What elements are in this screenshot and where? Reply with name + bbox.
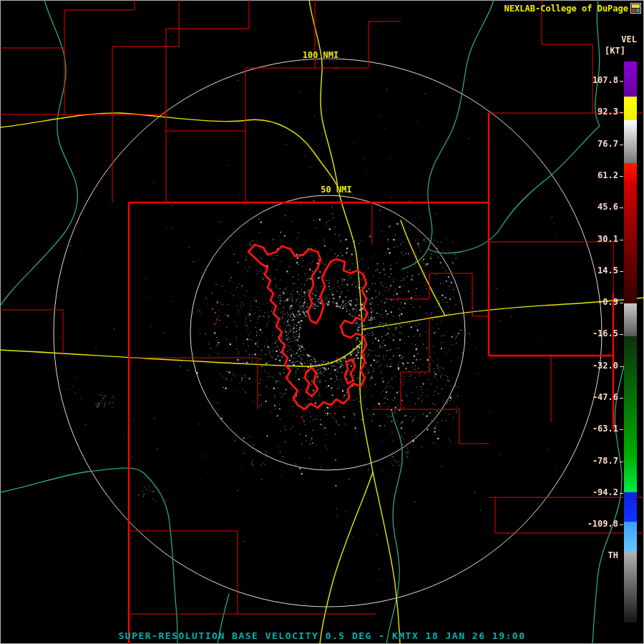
radar-display: 100 NMI 50 NMI NEXLAB-College of DuPage … <box>0 0 644 644</box>
colorbar-tick-mark <box>620 81 623 82</box>
colorbar-tick-label: -16.5 <box>574 328 618 338</box>
colorbar-gradient <box>624 62 637 623</box>
colorbar-tick-mark <box>620 176 623 177</box>
colorbar-tick-label: -109.8 <box>574 519 618 529</box>
colorbar-tick-label: -78.7 <box>574 456 618 466</box>
base-map <box>0 0 644 644</box>
colorbar-tick-mark <box>620 398 623 399</box>
colorbar-tick-label: -94.2 <box>574 487 618 497</box>
colorbar-tick-mark <box>620 429 623 430</box>
colorbar-tick-label: -47.6 <box>574 392 618 402</box>
colorbar-tick-label: 76.7 <box>574 139 618 149</box>
highway-lines <box>0 0 644 644</box>
colorbar-tick-mark <box>620 208 623 208</box>
colorbar-tick-label: 45.6 <box>574 202 618 212</box>
state-borders <box>129 113 613 644</box>
brand-text: NEXLAB-College of DuPage <box>504 4 628 14</box>
colorbar-tick-mark <box>620 112 623 113</box>
county-borders <box>0 0 644 614</box>
colorbar-tick-mark <box>620 493 623 494</box>
colorbar-tick-mark <box>620 271 623 272</box>
colorbar-tick-label: -63.1 <box>574 424 618 434</box>
colorbar-tick-label: 92.3 <box>574 107 618 117</box>
colorbar-tick-mark <box>620 145 623 145</box>
range-ring-label-100nmi: 100 NMI <box>303 50 339 60</box>
colorbar-tick-mark <box>620 334 623 335</box>
colorbar-tick-label: 61.2 <box>574 170 618 180</box>
colorbar-tick-label: -32.0 <box>574 361 618 371</box>
cod-logo-icon <box>630 3 641 14</box>
product-title: SUPER-RESOLUTION BASE VELOCITY 0.5 DEG -… <box>0 630 644 641</box>
colorbar-tick-mark <box>620 303 623 303</box>
colorbar-tick-mark <box>620 525 623 525</box>
colorbar-tick-mark <box>620 240 623 240</box>
colorbar-tick-label: 107.8 <box>574 75 618 85</box>
colorbar-title: VEL <box>621 34 637 44</box>
colorbar-tick-label: -0.9 <box>574 297 618 307</box>
colorbar-tick-label: 14.5 <box>574 265 618 275</box>
range-ring-label-50nmi: 50 NMI <box>321 185 351 195</box>
colorbar-units: [KT] <box>605 46 625 56</box>
colorbar-tick-label: 30.1 <box>574 234 618 244</box>
colorbar-threshold-label: TH <box>574 550 618 560</box>
lake-outline <box>248 245 368 409</box>
colorbar-tick-mark <box>620 366 623 367</box>
brand: NEXLAB-College of DuPage <box>504 3 641 14</box>
colorbar-tick-mark <box>620 462 623 462</box>
